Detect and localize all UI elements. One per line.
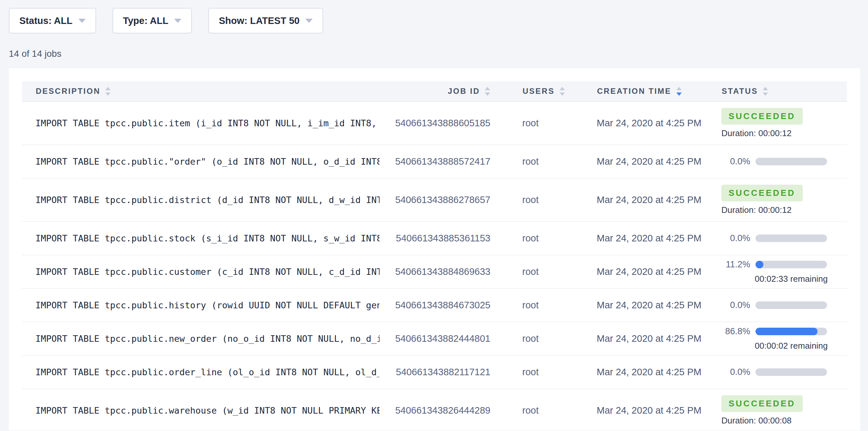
job-creation-time: Mar 24, 2020 at 4:25 PM	[570, 322, 694, 355]
job-id-cell: 540661343882117121	[379, 355, 494, 389]
progress-bar-track	[755, 235, 827, 242]
table-row: IMPORT TABLE tpcc.public.history (rowid …	[22, 288, 847, 322]
job-user: root	[494, 221, 570, 255]
job-id-link[interactable]: 540661343888605185	[395, 118, 490, 128]
status-duration: Duration: 00:00:12	[721, 205, 847, 215]
caret-down-icon	[174, 19, 181, 23]
column-header-users[interactable]: USERS	[494, 81, 570, 101]
progress-percent: 0.0%	[721, 156, 750, 166]
progress-line: 86.8%	[721, 326, 847, 337]
job-user: root	[494, 322, 570, 355]
job-id-link[interactable]: 540661343886278657	[395, 194, 490, 205]
caret-down-icon	[79, 19, 86, 23]
table-row: IMPORT TABLE tpcc.public.district (d_id …	[22, 178, 847, 221]
progress-bar-track	[755, 328, 827, 335]
job-user: root	[494, 145, 570, 178]
progress-bar-fill	[755, 328, 817, 335]
table-row: IMPORT TABLE tpcc.public."order" (o_id I…	[22, 145, 847, 178]
sort-desc-icon	[560, 92, 565, 96]
job-id-cell: 540661343882444801	[379, 322, 494, 355]
status-filter-dropdown[interactable]: Status: ALL	[9, 8, 96, 33]
sort-desc-icon	[763, 92, 768, 96]
type-filter-dropdown[interactable]: Type: ALL	[113, 8, 192, 33]
progress-line: 0.0%	[721, 156, 847, 166]
progress-line: 0.0%	[721, 233, 847, 243]
column-header-label: JOB ID	[448, 87, 480, 96]
table-header-row: DESCRIPTIONJOB IDUSERSCREATION TIMESTATU…	[22, 81, 847, 101]
job-creation-time: Mar 24, 2020 at 4:25 PM	[570, 101, 694, 145]
column-header-description[interactable]: DESCRIPTION	[22, 81, 379, 101]
table-row: IMPORT TABLE tpcc.public.order_line (ol_…	[22, 355, 847, 389]
sort-desc-icon	[485, 92, 490, 96]
column-header-job_id[interactable]: JOB ID	[379, 81, 494, 101]
progress-line: 0.0%	[721, 367, 847, 377]
job-id-cell: 540661343888572417	[379, 145, 494, 178]
status-filter-label: Status: ALL	[19, 16, 72, 26]
job-id-link[interactable]: 540661343884869633	[395, 266, 490, 277]
job-description: IMPORT TABLE tpcc.public.customer (c_id …	[22, 255, 379, 288]
column-header-label: DESCRIPTION	[36, 87, 100, 96]
job-description: IMPORT TABLE tpcc.public.new_order (no_o…	[22, 322, 379, 355]
progress-bar-track	[755, 158, 827, 165]
column-header-creation_time[interactable]: CREATION TIME	[570, 81, 694, 101]
status-badge: SUCCEEDED	[721, 395, 803, 412]
status-duration: Duration: 00:00:08	[721, 415, 847, 426]
job-description: IMPORT TABLE tpcc.public.district (d_id …	[22, 178, 379, 221]
sort-icons	[105, 87, 111, 96]
job-description: IMPORT TABLE tpcc.public.warehouse (w_id…	[22, 389, 379, 430]
show-filter-dropdown[interactable]: Show: LATEST 50	[208, 8, 323, 33]
column-header-label: STATUS	[722, 87, 758, 96]
caret-down-icon	[305, 19, 313, 23]
job-user: root	[494, 101, 570, 145]
sort-asc-icon	[105, 87, 111, 90]
job-id-link[interactable]: 540661343882444801	[395, 333, 490, 344]
sort-asc-icon	[676, 87, 682, 90]
status-time-remaining: 00:00:02 remaining	[744, 341, 839, 351]
jobs-filter-bar: Status: ALL Type: ALL Show: LATEST 50	[0, 0, 868, 33]
job-description: IMPORT TABLE tpcc.public.item (i_id INT8…	[22, 101, 379, 145]
job-id-link[interactable]: 540661343882117121	[396, 367, 490, 377]
column-header-label: USERS	[523, 87, 555, 96]
progress-percent: 86.8%	[721, 326, 750, 337]
sort-asc-icon	[485, 87, 490, 90]
job-user: root	[494, 288, 570, 322]
job-id-link[interactable]: 540661343826444289	[395, 405, 490, 415]
job-status-cell: 86.8%00:00:02 remaining	[694, 322, 847, 355]
jobs-count-summary: 14 of 14 jobs	[9, 49, 868, 59]
job-status-cell: 0.0%	[694, 145, 847, 178]
job-description: IMPORT TABLE tpcc.public."order" (o_id I…	[22, 145, 379, 178]
status-badge: SUCCEEDED	[721, 108, 803, 125]
job-id-cell: 540661343886278657	[379, 178, 494, 221]
type-filter-label: Type: ALL	[123, 16, 168, 26]
column-header-label: CREATION TIME	[597, 87, 672, 96]
progress-percent: 0.0%	[721, 367, 750, 377]
job-user: root	[494, 178, 570, 221]
table-row: IMPORT TABLE tpcc.public.customer (c_id …	[22, 255, 847, 288]
job-id-link[interactable]: 540661343888572417	[395, 156, 490, 166]
job-id-link[interactable]: 540661343885361153	[396, 233, 490, 243]
jobs-table-card: DESCRIPTIONJOB IDUSERSCREATION TIMESTATU…	[9, 68, 860, 430]
job-id-cell: 540661343884673025	[379, 288, 494, 322]
column-header-status[interactable]: STATUS	[694, 81, 847, 101]
progress-line: 11.2%	[721, 259, 847, 270]
job-creation-time: Mar 24, 2020 at 4:25 PM	[570, 145, 694, 178]
table-row: IMPORT TABLE tpcc.public.stock (s_i_id I…	[22, 221, 847, 255]
job-creation-time: Mar 24, 2020 at 4:25 PM	[570, 221, 694, 255]
sort-asc-icon	[560, 87, 565, 90]
sort-desc-icon	[105, 92, 111, 96]
job-description: IMPORT TABLE tpcc.public.history (rowid …	[22, 288, 379, 322]
job-id-link[interactable]: 540661343884673025	[395, 300, 490, 310]
show-filter-label: Show: LATEST 50	[219, 16, 300, 26]
job-status-cell: 0.0%	[694, 288, 847, 322]
sort-icons	[560, 87, 565, 96]
job-creation-time: Mar 24, 2020 at 4:25 PM	[570, 355, 694, 389]
sort-desc-icon	[676, 92, 682, 96]
job-id-cell: 540661343826444289	[379, 389, 494, 430]
progress-line: 0.0%	[721, 300, 847, 310]
table-row: IMPORT TABLE tpcc.public.new_order (no_o…	[22, 322, 847, 355]
sort-icons	[676, 87, 682, 96]
job-status-cell: SUCCEEDEDDuration: 00:00:12	[694, 101, 847, 145]
status-time-remaining: 00:02:33 remaining	[744, 274, 839, 284]
job-id-cell: 540661343884869633	[379, 255, 494, 288]
sort-icons	[485, 87, 490, 96]
